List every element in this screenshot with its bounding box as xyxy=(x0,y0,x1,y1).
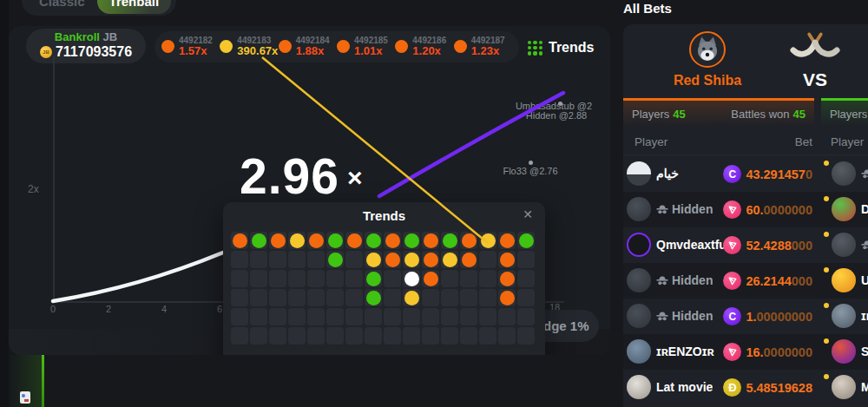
player-name[interactable]: Lat movie xyxy=(656,380,713,394)
x-tick-0: 0 xyxy=(44,304,62,314)
trend-cell-r5c11 xyxy=(422,308,439,325)
trend-cell-r4c12 xyxy=(441,289,458,306)
trend-cell-r4c13 xyxy=(460,289,477,306)
trend-cell-r1c8 xyxy=(365,232,382,249)
trend-cell-r4c16 xyxy=(517,289,535,306)
trend-cell-r2c11 xyxy=(422,251,439,268)
trend-cell-r2c15 xyxy=(498,251,516,268)
battle-card: Red Shiba VS Players45 Battles won45 Pla… xyxy=(623,24,868,407)
trend-dot xyxy=(404,253,419,267)
bankroll-value: 7117093576 xyxy=(56,44,132,60)
trend-cell-r3c16 xyxy=(517,270,535,287)
trend-cell-r3c10 xyxy=(403,270,420,287)
unsettled-dot xyxy=(824,338,829,344)
cashout-annotation-3: Flo33 @2.76 xyxy=(503,166,557,176)
bet-amount: 52.4288000 xyxy=(746,239,812,253)
trend-cell-r5c4 xyxy=(288,308,306,325)
trend-cell-r3c5 xyxy=(307,270,325,287)
trend-cell-r6c5 xyxy=(307,327,325,345)
trend-cell-r2c13 xyxy=(460,251,477,268)
bet-row-7: Lat movieÐ5.48519628Mad xyxy=(623,370,868,405)
trend-cell-r2c12 xyxy=(441,251,458,268)
trend-cell-r3c14 xyxy=(479,270,496,287)
player-name-2[interactable]: Dev xyxy=(861,202,868,216)
player-name[interactable]: Hidden xyxy=(656,309,713,323)
trend-cell-r2c9 xyxy=(384,251,401,268)
unsettled-dot xyxy=(824,232,829,237)
left-gutter xyxy=(0,0,9,407)
trends-button[interactable]: Trends xyxy=(528,40,594,56)
player-name[interactable]: Qmvdeaxtful xyxy=(656,238,730,252)
tab-classic[interactable]: Classic xyxy=(27,0,97,14)
team-red-shiba[interactable]: Red Shiba xyxy=(638,31,777,89)
unsettled-dot xyxy=(824,161,829,166)
trend-dot xyxy=(424,272,438,286)
trend-dot xyxy=(385,233,400,248)
bet-row-2: Hidden60.0000000Dev xyxy=(623,192,868,227)
avatar xyxy=(627,304,651,328)
player-name[interactable]: خيام xyxy=(656,167,679,181)
player-name[interactable]: Hidden xyxy=(656,273,713,287)
trend-cell-r1c14 xyxy=(479,232,496,249)
trend-cell-r4c14 xyxy=(479,289,496,306)
avatar-2 xyxy=(832,339,856,364)
trend-cell-r6c3 xyxy=(269,327,286,345)
round-badge-4492187[interactable]: 44921871.23x xyxy=(454,36,512,57)
player-name-2[interactable]: ɪʀEN xyxy=(861,309,868,323)
tab-red-shiba-stats[interactable]: Players45 Battles won45 xyxy=(623,98,814,127)
player-name-2[interactable]: Soh xyxy=(861,345,868,358)
vs-label: VS xyxy=(785,69,845,90)
player-name[interactable]: ɪʀENZOɪʀ xyxy=(656,345,714,358)
game-mode-tabs: Classic Trenball xyxy=(22,0,176,16)
trend-cell-r6c15 xyxy=(498,327,516,345)
trend-cell-r5c14 xyxy=(479,308,496,325)
trend-cell-r6c9 xyxy=(384,327,401,345)
tab-trenball[interactable]: Trenball xyxy=(97,0,172,14)
bankroll-badge[interactable]: Bankroll JB JB 7117093576 xyxy=(26,29,146,63)
tab-green-team-stats[interactable]: Players45 xyxy=(821,98,868,127)
trend-cell-r1c9 xyxy=(384,232,401,249)
trend-dot xyxy=(366,233,381,248)
round-badge-4492183[interactable]: 4492183390.67x xyxy=(220,36,278,57)
trend-cell-r6c16 xyxy=(517,327,535,345)
trend-cell-r4c9 xyxy=(384,289,401,306)
trend-cell-r3c11 xyxy=(422,270,439,287)
player-name[interactable]: Hidden xyxy=(656,202,713,216)
trend-dot xyxy=(233,233,247,248)
trend-cell-r6c14 xyxy=(479,327,496,345)
round-badge-4492184[interactable]: 44921841.88x xyxy=(279,36,337,57)
trend-cell-r4c3 xyxy=(269,289,286,306)
incognito-icon xyxy=(656,205,668,214)
player-name-2[interactable]: Hidden xyxy=(861,167,868,181)
player-name-2[interactable]: Mad xyxy=(861,380,868,394)
trend-cell-r1c3 xyxy=(269,232,286,249)
result-dot xyxy=(337,40,350,53)
player-name-2[interactable]: Hidden xyxy=(861,238,868,252)
trend-cell-r2c16 xyxy=(517,251,535,268)
unsettled-dot xyxy=(824,303,829,308)
trend-cell-r2c5 xyxy=(307,251,325,268)
trend-cell-r2c7 xyxy=(345,251,363,268)
round-badge-4492182[interactable]: 44921821.57x xyxy=(161,36,220,57)
trend-cell-r1c16 xyxy=(517,232,535,249)
round-badge-4492185[interactable]: 44921851.01x xyxy=(337,36,395,57)
trend-cell-r4c2 xyxy=(250,289,267,306)
bet-row-4: Hidden26.2144000Um xyxy=(623,263,868,299)
round-multiplier: 1.20x xyxy=(412,45,446,57)
bet-amount: 43.2914570 xyxy=(746,167,812,181)
round-badge-4492186[interactable]: 44921861.20x xyxy=(395,36,453,57)
trend-cell-r1c15 xyxy=(498,232,516,249)
trend-cell-r5c13 xyxy=(460,308,477,325)
crossed-swords-icon xyxy=(790,31,840,62)
player-name-2[interactable]: Um xyxy=(861,273,868,287)
trend-cell-r1c10 xyxy=(403,232,420,249)
battles-won-label: Battles won xyxy=(731,108,789,121)
bet-amount-group: 16.0000000 xyxy=(723,343,812,361)
trend-cell-r1c1 xyxy=(231,232,248,249)
incognito-icon xyxy=(861,169,868,179)
close-icon[interactable]: ✕ xyxy=(523,207,533,221)
result-dot xyxy=(161,40,174,53)
trend-cell-r3c6 xyxy=(326,270,344,287)
game-canvas: Bankroll JB JB 7117093576 44921821.57x44… xyxy=(9,26,610,355)
unsettled-dot xyxy=(824,196,829,201)
